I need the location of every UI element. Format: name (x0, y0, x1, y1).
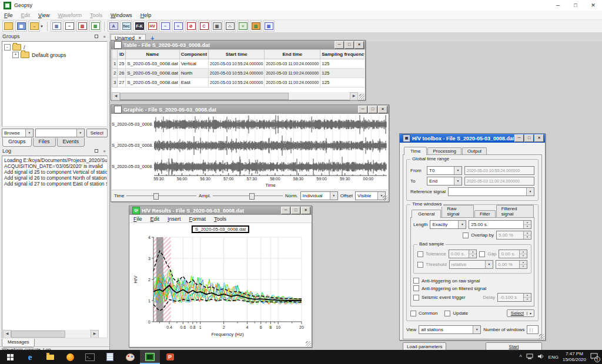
groups-tree[interactable]: -/+Default groups (2, 41, 108, 127)
column-header-component[interactable]: Component (179, 50, 208, 59)
menu-item-edit[interactable]: Edit (146, 216, 164, 222)
threshold-checkbox[interactable] (417, 262, 423, 268)
layers-tool-icon[interactable]: ≡ (237, 21, 249, 32)
waveform-traces[interactable] (154, 115, 387, 176)
menu-item-view[interactable]: View (34, 12, 53, 18)
fk-grid-icon[interactable]: ▦ (263, 21, 275, 32)
resize-grip[interactable] (306, 341, 311, 346)
length-field[interactable]: 25.00 s.▲▼ (469, 220, 531, 229)
geopsy-taskbar-icon[interactable] (140, 350, 160, 364)
time-windows-tab-filtered-signal[interactable]: Filtered signal (496, 205, 534, 217)
spinner[interactable]: ▲▼ (523, 221, 531, 228)
close-icon[interactable]: ✕ (584, 0, 602, 11)
colored-map-icon[interactable]: ▨ (250, 21, 262, 32)
signal-wave2-icon[interactable]: ≈ (172, 21, 184, 32)
clock[interactable]: 7:47 PM 15/06/2020 (563, 351, 586, 363)
map-view-icon[interactable]: ▨ (76, 21, 88, 32)
table-hscrollbar[interactable]: ◀ ▶ (112, 92, 358, 99)
table-row[interactable]: 327S_2020-05-03_0008.datEast2020-05-03 1… (112, 78, 365, 87)
close-log-icon[interactable]: × (102, 149, 107, 154)
resize-grip[interactable] (383, 196, 388, 201)
tree-expander-icon[interactable]: - (4, 44, 11, 50)
seismic-trigger-checkbox[interactable] (413, 295, 419, 301)
no-source-icon[interactable]: ⊘ (185, 21, 197, 32)
reference-signal-combo[interactable]: ▼ (448, 187, 534, 196)
table-window-titlebar[interactable]: ▦ Table - File S_2020-05-03_0008.dat ─□× (111, 41, 365, 49)
column-header-id[interactable]: ID (118, 50, 126, 59)
menu-item-windows[interactable]: Windows (106, 12, 136, 18)
time-frequency-tool-icon[interactable]: fwc (121, 21, 132, 32)
select-dropdown-icon[interactable]: ▼ (527, 312, 534, 315)
menu-item-waveform[interactable]: Waveform (53, 12, 86, 18)
scatter-tool-icon[interactable]: ∴ (224, 21, 236, 32)
notepad-icon[interactable] (100, 350, 120, 364)
common-checkbox[interactable] (410, 311, 416, 316)
start-button[interactable] (0, 350, 20, 364)
from-combo[interactable]: T0▼ (427, 166, 462, 175)
paint-icon[interactable] (120, 350, 140, 364)
offset-combo[interactable]: Visible▼ (355, 191, 386, 200)
hv-chart[interactable]: 012340.40.60.8124681020Frequency (Hz)H/V (130, 223, 310, 345)
graphic-view-icon[interactable]: ~ (63, 21, 75, 32)
toolbox-tab-output[interactable]: Output (462, 147, 487, 154)
toolbox-tab-processing[interactable]: Processing (427, 147, 461, 154)
menu-item-file[interactable]: File (129, 216, 146, 222)
update-checkbox[interactable] (444, 311, 450, 316)
close-icon[interactable]: × (378, 106, 387, 113)
time-windows-tab-general[interactable]: General (412, 210, 441, 218)
array-grid-icon[interactable]: ▦ (211, 21, 223, 32)
minimize-icon[interactable]: ─ (358, 106, 367, 113)
menu-item-insert[interactable]: Insert (163, 216, 185, 222)
tray-chevron-icon[interactable]: ^ (519, 354, 521, 360)
close-panel-icon[interactable]: × (102, 34, 107, 39)
threshold-combo[interactable]: relative▼ (449, 260, 493, 269)
menu-item-edit[interactable]: Edit (17, 12, 35, 18)
minimize-icon[interactable]: ─ (281, 207, 290, 214)
waveform-plot[interactable]: S_2020-05-03_0008.dat Z —S_2020-05-03_00… (112, 114, 388, 190)
minimize-icon[interactable]: ─ (549, 0, 567, 11)
open-icon[interactable] (2, 21, 14, 32)
tree-item-default-groups[interactable]: +Default groups (4, 51, 105, 59)
norm-combo[interactable]: Individual▼ (300, 191, 338, 200)
scroll-right-icon[interactable]: ▶ (91, 330, 99, 338)
maximize-icon[interactable]: □ (291, 207, 300, 214)
select-windows-button[interactable]: Select▼ (507, 309, 534, 317)
resize-grip[interactable] (359, 94, 364, 99)
powerpoint-icon[interactable]: P (160, 350, 180, 364)
edge-icon[interactable]: e (20, 350, 40, 364)
fk-tool-icon[interactable]: F-K (133, 21, 145, 32)
time-windows-tab-filter[interactable]: Filter (474, 210, 496, 217)
firefox-icon[interactable] (60, 350, 80, 364)
log-output[interactable]: Loading E:/koya/Documents/Projects_2020/… (2, 156, 108, 338)
save-icon[interactable]: ▦ (15, 21, 27, 32)
float-log-icon[interactable] (94, 149, 99, 154)
anti-trigger-filtered-checkbox[interactable] (413, 285, 419, 291)
resize-grip[interactable] (539, 334, 544, 339)
column-header-end-time[interactable]: End time (265, 50, 320, 59)
maximize-icon[interactable]: □ (368, 106, 377, 113)
group-filter-combo[interactable]: ▼ (35, 129, 85, 137)
time-zoom-slider[interactable] (126, 196, 196, 196)
signal-wave-icon[interactable]: ~ (159, 21, 171, 32)
scroll-left-icon[interactable]: ◀ (3, 330, 11, 338)
scroll-thumb[interactable] (11, 331, 65, 338)
column-header-sampling-frequency[interactable]: Sampling frequency (320, 50, 364, 59)
terminal-icon[interactable]: >_ (80, 350, 100, 364)
hv-plot[interactable]: 012340.40.60.8124681020Frequency (Hz)H/V… (130, 223, 311, 346)
chart-view-icon[interactable]: ▤ (89, 21, 101, 32)
anti-trigger-raw-checkbox[interactable] (413, 278, 419, 284)
tree-item-root[interactable]: -/ (4, 43, 105, 51)
browse-combo[interactable]: Browse▼ (2, 129, 34, 137)
spectrum-tool-icon[interactable]: A (108, 21, 119, 32)
correlation-icon[interactable]: C (198, 21, 210, 32)
view-combo[interactable]: all stations▼ (419, 325, 481, 334)
minimize-icon[interactable]: ─ (335, 41, 344, 49)
dropdown-caret-icon[interactable]: ▼ (40, 25, 44, 28)
length-combo[interactable]: Exactly▼ (430, 220, 466, 229)
table-view-icon[interactable]: ▦ (51, 21, 62, 32)
log-hscrollbar[interactable]: ◀ ▶ (3, 330, 99, 337)
table-row[interactable]: 226S_2020-05-03_0008.datNorth2020-05-03 … (112, 69, 365, 78)
dock-tab-files[interactable]: Files (33, 138, 56, 147)
maximize-icon[interactable]: □ (567, 0, 584, 11)
table-row[interactable]: 125S_2020-05-03_0008.datVertical2020-05-… (112, 59, 365, 69)
